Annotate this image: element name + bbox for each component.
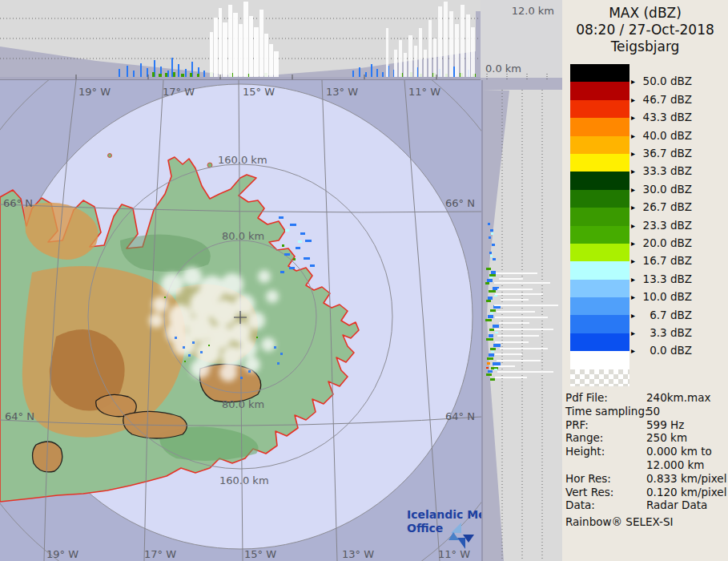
ring-label-80-bottom: 80.0 km bbox=[222, 398, 264, 410]
lon-label-top-11w: 11° W bbox=[408, 86, 440, 98]
top-height-profile bbox=[0, 0, 481, 80]
legend-tick: ▸26.7 dBZ bbox=[631, 200, 703, 214]
radar-display-window: 12.0 km 0.0 km bbox=[0, 0, 728, 561]
legend-band bbox=[570, 100, 629, 118]
legend-tick: ▸46.7 dBZ bbox=[631, 93, 703, 107]
product-name: MAX (dBZ) bbox=[562, 5, 728, 22]
lon-label-top-17w: 17° W bbox=[163, 86, 195, 98]
legend-band bbox=[570, 136, 629, 154]
legend-tick: ▸43.3 dBZ bbox=[631, 111, 703, 124]
right-profile-graphic bbox=[483, 80, 564, 561]
legend-tick-arrow-icon: ▸ bbox=[631, 113, 639, 122]
legend-band bbox=[570, 261, 629, 279]
ring-label-160-bottom: 160.0 km bbox=[219, 474, 269, 486]
legend-tick-arrow-icon: ▸ bbox=[631, 149, 639, 158]
legend-tick: ▸40.0 dBZ bbox=[631, 129, 703, 143]
legend-band bbox=[570, 64, 629, 82]
lat-label-right-66n: 66° N bbox=[445, 197, 475, 209]
meta-row: Time sampling:50 bbox=[565, 405, 726, 418]
lon-label-top-13w: 13° W bbox=[326, 86, 358, 98]
lon-label-top-19w: 19° W bbox=[78, 86, 111, 98]
legend-band bbox=[570, 226, 629, 244]
ring-label-160-top: 160.0 km bbox=[218, 154, 267, 166]
radar-map-graphic bbox=[0, 80, 481, 561]
lat-label-left-64n: 64° N bbox=[5, 410, 34, 422]
legend-tick: ▸36.7 dBZ bbox=[631, 147, 703, 160]
legend-band bbox=[570, 280, 629, 297]
top-profile-graphic bbox=[0, 0, 481, 80]
legend-tick: ▸30.0 dBZ bbox=[631, 183, 703, 196]
corner-ticks bbox=[481, 0, 562, 80]
right-height-profile bbox=[481, 80, 564, 561]
legend-band bbox=[570, 315, 629, 333]
legend-band bbox=[570, 118, 629, 135]
legend-tick-arrow-icon: ▸ bbox=[631, 185, 639, 194]
imo-logo-line1: Icelandic Met bbox=[407, 508, 482, 522]
radar-site-name: Teigsbjarg bbox=[562, 38, 728, 55]
legend-band bbox=[570, 172, 629, 189]
legend-tick-arrow-icon: ▸ bbox=[631, 293, 639, 301]
meta-row: Range:250 km bbox=[565, 431, 726, 444]
legend-tick: ▸6.7 dBZ bbox=[631, 309, 703, 322]
legend-tick: ▸10.0 dBZ bbox=[631, 290, 703, 304]
legend-band bbox=[570, 190, 629, 208]
legend-tick-arrow-icon: ▸ bbox=[631, 256, 639, 265]
meta-row: Pdf File:240km.max bbox=[565, 391, 726, 404]
lat-label-right-64n: 64° N bbox=[445, 410, 475, 422]
legend-tick-arrow-icon: ▸ bbox=[631, 221, 639, 230]
lon-label-bottom-15w: 15° W bbox=[244, 548, 276, 560]
imo-pinwheel-icon bbox=[444, 521, 476, 553]
legend-tick: ▸33.3 dBZ bbox=[631, 164, 703, 178]
meta-row: Vert Res:0.120 km/pixel bbox=[565, 486, 726, 498]
legend-tick: ▸23.3 dBZ bbox=[631, 219, 703, 232]
legend-tick: ▸0.0 dBZ bbox=[631, 344, 703, 357]
legend-tick: ▸16.7 dBZ bbox=[631, 254, 703, 268]
height-scale-panel: 12.0 km 0.0 km bbox=[481, 0, 562, 80]
legend-tick-arrow-icon: ▸ bbox=[631, 311, 639, 320]
legend-tick-arrow-icon: ▸ bbox=[631, 167, 639, 176]
legend-band bbox=[570, 82, 629, 99]
product-datetime: 08:20 / 27-Oct-2018 bbox=[562, 22, 728, 38]
meta-row: Hor Res:0.833 km/pixel bbox=[565, 472, 726, 485]
legend-tick-arrow-icon: ▸ bbox=[631, 203, 639, 212]
meta-row: PRF:599 Hz bbox=[565, 418, 726, 431]
color-scale-bar bbox=[570, 64, 629, 386]
lon-label-top-15w: 15° W bbox=[243, 86, 275, 98]
legend-transparent-band bbox=[570, 369, 629, 386]
lon-label-bottom-13w: 13° W bbox=[342, 548, 374, 560]
lon-label-bottom-19w: 19° W bbox=[46, 548, 78, 560]
legend-band bbox=[570, 244, 629, 261]
legend-tick-arrow-icon: ▸ bbox=[631, 239, 639, 248]
legend-tick: ▸20.0 dBZ bbox=[631, 236, 703, 250]
legend-tick-arrow-icon: ▸ bbox=[631, 329, 639, 337]
legend-tick: ▸50.0 dBZ bbox=[631, 75, 703, 88]
legend-band bbox=[570, 208, 629, 225]
legend-tick-arrow-icon: ▸ bbox=[631, 77, 639, 86]
legend-below-min-band bbox=[570, 351, 629, 369]
lon-label-bottom-17w: 17° W bbox=[144, 548, 176, 560]
legend-tick-arrow-icon: ▸ bbox=[631, 346, 639, 355]
ring-label-80-top: 80.0 km bbox=[222, 230, 264, 242]
radar-map: 19° W 17° W 15° W 13° W 11° W 19° W 17° … bbox=[0, 80, 482, 561]
vendor-line: Rainbow® SELEX-SI bbox=[565, 515, 673, 528]
legend-band bbox=[570, 333, 629, 351]
lat-label-left-66n: 66° N bbox=[3, 197, 33, 209]
legend-tick: ▸3.3 dBZ bbox=[631, 326, 703, 340]
legend-tick-arrow-icon: ▸ bbox=[631, 95, 639, 104]
product-header: MAX (dBZ) 08:20 / 27-Oct-2018 Teigsbjarg bbox=[562, 5, 728, 55]
legend-tick-arrow-icon: ▸ bbox=[631, 131, 639, 140]
meta-row: Data:Radar Data bbox=[565, 498, 726, 511]
meta-row: Height:0.000 km to bbox=[565, 445, 726, 458]
legend-tick-arrow-icon: ▸ bbox=[631, 275, 639, 284]
legend-band bbox=[570, 154, 629, 172]
legend-band bbox=[570, 297, 629, 315]
legend-tick: ▸13.3 dBZ bbox=[631, 272, 703, 286]
legend-panel: MAX (dBZ) 08:20 / 27-Oct-2018 Teigsbjarg bbox=[562, 0, 728, 561]
